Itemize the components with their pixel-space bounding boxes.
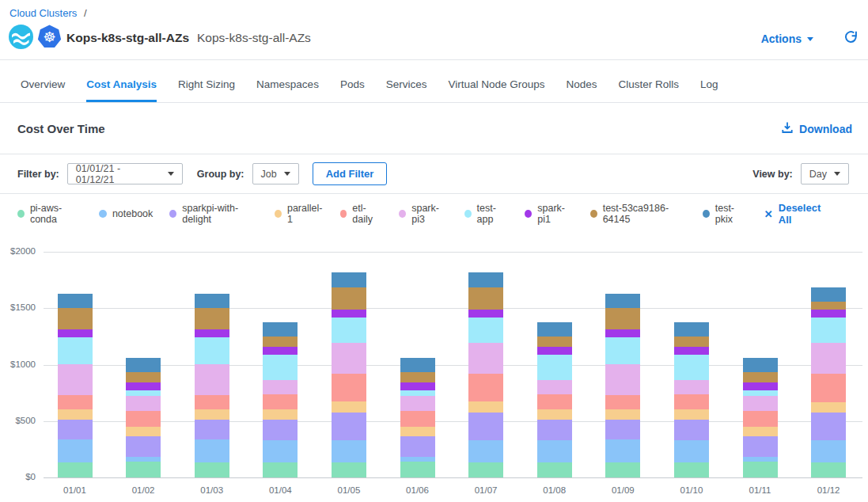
- tab-nodes[interactable]: Nodes: [567, 78, 597, 102]
- bar-segment-spark-pi3[interactable]: [537, 380, 572, 394]
- bar-segment-spark-pi3[interactable]: [811, 343, 846, 373]
- bar-segment-test-app[interactable]: [195, 337, 229, 363]
- bar-segment-test-app[interactable]: [605, 337, 640, 363]
- group-by-select[interactable]: Job: [252, 163, 299, 184]
- bar-segment-parallel-1[interactable]: [400, 427, 435, 436]
- bar-segment-etl-daily[interactable]: [605, 395, 640, 409]
- bar-segment-sparkpi-with-delight[interactable]: [263, 420, 298, 440]
- tab-pods[interactable]: Pods: [340, 78, 365, 102]
- bar-segment-test-pkix[interactable]: [605, 294, 640, 309]
- bar-segment-test-pkix[interactable]: [400, 358, 435, 372]
- bar-segment-sparkpi-with-delight[interactable]: [537, 420, 572, 440]
- bar-segment-test-pkix[interactable]: [195, 294, 229, 309]
- bar-segment-spark-pi1[interactable]: [674, 347, 709, 355]
- bar-segment-parallel-1[interactable]: [674, 409, 709, 420]
- bar-segment-etl-daily[interactable]: [400, 411, 435, 427]
- bar-segment-notebook[interactable]: [605, 439, 640, 462]
- bar-segment-spark-pi3[interactable]: [195, 364, 229, 395]
- bar-segment-test-app[interactable]: [468, 318, 503, 344]
- bar-segment-test-53ca9186-64145[interactable]: [332, 287, 366, 310]
- bar-segment-sparkpi-with-delight[interactable]: [58, 420, 93, 440]
- legend-item-test-pkix[interactable]: test-pkix: [703, 203, 748, 225]
- add-filter-button[interactable]: Add Filter: [313, 162, 388, 185]
- bar-segment-etl-daily[interactable]: [811, 374, 846, 402]
- bar-segment-sparkpi-with-delight[interactable]: [605, 420, 640, 440]
- bar-segment-etl-daily[interactable]: [58, 395, 93, 409]
- bar-segment-test-pkix[interactable]: [126, 358, 161, 372]
- bar-segment-spark-pi3[interactable]: [674, 380, 709, 394]
- bar-segment-test-app[interactable]: [743, 390, 778, 396]
- bar-segment-notebook[interactable]: [332, 440, 366, 463]
- bar-segment-notebook[interactable]: [743, 457, 778, 462]
- bar-segment-etl-daily[interactable]: [743, 411, 778, 427]
- bar-segment-sparkpi-with-delight[interactable]: [468, 413, 503, 440]
- bar-segment-spark-pi3[interactable]: [468, 343, 503, 373]
- tab-overview[interactable]: Overview: [21, 78, 65, 102]
- bar-segment-etl-daily[interactable]: [263, 394, 298, 409]
- bar-segment-test-53ca9186-64145[interactable]: [537, 337, 572, 347]
- bar-segment-test-app[interactable]: [126, 390, 161, 396]
- actions-button[interactable]: Actions: [761, 32, 813, 45]
- bar-segment-pi-aws-conda[interactable]: [743, 462, 778, 477]
- legend-item-etl-daily[interactable]: etl-daily: [340, 203, 383, 225]
- bar-segment-parallel-1[interactable]: [263, 409, 298, 420]
- bar-segment-spark-pi3[interactable]: [126, 396, 161, 411]
- tab-services[interactable]: Services: [386, 78, 427, 102]
- bar-segment-spark-pi1[interactable]: [811, 310, 846, 318]
- bar-segment-pi-aws-conda[interactable]: [332, 462, 366, 477]
- bar-segment-sparkpi-with-delight[interactable]: [811, 413, 846, 440]
- bar-segment-spark-pi3[interactable]: [743, 396, 778, 411]
- bar-segment-pi-aws-conda[interactable]: [605, 462, 640, 477]
- tab-cluster-rolls[interactable]: Cluster Rolls: [619, 78, 680, 102]
- bar-segment-etl-daily[interactable]: [195, 395, 229, 409]
- legend-item-spark-pi1[interactable]: spark-pi1: [525, 203, 573, 225]
- bar-segment-test-pkix[interactable]: [674, 322, 709, 337]
- bar-segment-spark-pi3[interactable]: [400, 396, 435, 411]
- bar-segment-pi-aws-conda[interactable]: [811, 462, 846, 477]
- bar-segment-parallel-1[interactable]: [126, 427, 161, 436]
- bar-segment-parallel-1[interactable]: [195, 409, 229, 420]
- refresh-icon[interactable]: [843, 30, 859, 48]
- bar-segment-notebook[interactable]: [468, 440, 503, 463]
- bar-segment-spark-pi3[interactable]: [58, 364, 93, 395]
- bar-segment-sparkpi-with-delight[interactable]: [332, 413, 366, 440]
- bar-segment-sparkpi-with-delight[interactable]: [400, 436, 435, 457]
- bar-segment-test-pkix[interactable]: [537, 322, 572, 337]
- bar-segment-spark-pi1[interactable]: [743, 382, 778, 390]
- deselect-all-button[interactable]: ✕ Deselect All: [764, 202, 831, 226]
- bar-segment-spark-pi1[interactable]: [263, 347, 298, 355]
- bar-segment-test-app[interactable]: [58, 337, 93, 363]
- bar-segment-etl-daily[interactable]: [126, 411, 161, 427]
- bar-segment-test-app[interactable]: [332, 318, 366, 344]
- bar-segment-pi-aws-conda[interactable]: [537, 462, 572, 477]
- bar-segment-spark-pi1[interactable]: [126, 382, 161, 390]
- bar-segment-test-app[interactable]: [811, 318, 846, 343]
- tab-log[interactable]: Log: [700, 78, 718, 102]
- bar-segment-pi-aws-conda[interactable]: [58, 462, 93, 477]
- bar-segment-spark-pi1[interactable]: [605, 329, 640, 337]
- bar-segment-pi-aws-conda[interactable]: [674, 462, 709, 477]
- legend-item-test-app[interactable]: test-app: [464, 203, 509, 225]
- bar-segment-etl-daily[interactable]: [674, 394, 709, 409]
- view-by-select[interactable]: Day: [801, 163, 849, 184]
- bar-segment-parallel-1[interactable]: [537, 409, 572, 420]
- bar-segment-test-app[interactable]: [537, 355, 572, 381]
- download-button[interactable]: Download: [781, 121, 852, 136]
- bar-segment-parallel-1[interactable]: [811, 402, 846, 413]
- bar-segment-test-53ca9186-64145[interactable]: [674, 337, 709, 347]
- bar-segment-notebook[interactable]: [263, 440, 298, 463]
- bar-segment-test-app[interactable]: [674, 355, 709, 381]
- bar-segment-sparkpi-with-delight[interactable]: [126, 436, 161, 457]
- bar-segment-test-pkix[interactable]: [263, 322, 298, 337]
- bar-segment-parallel-1[interactable]: [605, 409, 640, 420]
- bar-segment-etl-daily[interactable]: [537, 394, 572, 409]
- bar-segment-spark-pi1[interactable]: [195, 329, 229, 337]
- bar-segment-sparkpi-with-delight[interactable]: [195, 420, 229, 440]
- bar-segment-sparkpi-with-delight[interactable]: [743, 436, 778, 457]
- legend-item-parallel-1[interactable]: parallel-1: [275, 203, 323, 225]
- bar-segment-spark-pi1[interactable]: [58, 329, 93, 337]
- bar-segment-spark-pi3[interactable]: [332, 343, 366, 373]
- tab-right-sizing[interactable]: Right Sizing: [178, 78, 235, 102]
- bar-segment-pi-aws-conda[interactable]: [468, 462, 503, 477]
- legend-item-spark-pi3[interactable]: spark-pi3: [399, 203, 447, 225]
